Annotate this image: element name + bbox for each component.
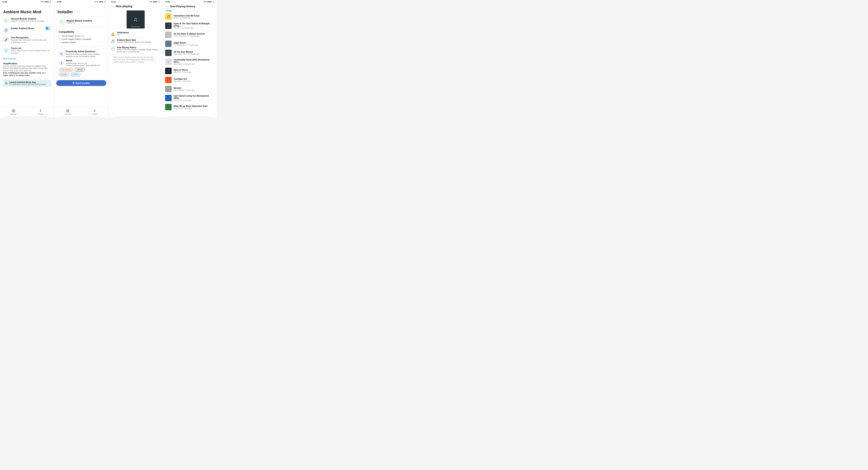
back-btn-s4[interactable]: ←: [165, 4, 168, 8]
hist-title-2: Do You Want To (Album Version): [174, 33, 205, 35]
history-list-item[interactable]: 🎵 Wake Me up When September Ends Green D…: [163, 103, 217, 112]
hist-thumb-3: 🎵: [165, 40, 172, 47]
scrollbar-s2: [60, 117, 102, 117]
list-item-test[interactable]: 🎤 Test Recognition Manually start recogn…: [1, 35, 53, 45]
history-icon: 🕐: [111, 47, 115, 51]
magisk-version: Version 1.0: [66, 22, 92, 24]
notifications-item[interactable]: 🔔 Notifications On: [110, 30, 161, 37]
list-item-enable[interactable]: 🎵 Enable Ambient Music: [1, 25, 53, 35]
enable-icon: 🎵: [3, 27, 9, 33]
xposed-title: Xposed Module enabled: [11, 18, 44, 20]
settings-list: ✓ Xposed Module enabled Module is enable…: [0, 16, 54, 107]
music-note-icon: ♫: [133, 16, 137, 23]
faq-text: Frequently Asked Questions Read these be…: [66, 50, 104, 58]
info-text: When music is playing nearby, you can se…: [110, 55, 161, 65]
status-bar-s1: 11:00 ▾ ▾ 100% 🔋: [0, 0, 54, 4]
page-title-s2: Installer: [54, 8, 108, 16]
history-list-item[interactable]: ♪ Monster The Automatic • 1 hour ago: [163, 85, 217, 94]
history-list-item[interactable]: 🎵 Cornflake Girl Tori Amos • 1 hour ago: [163, 75, 217, 85]
history-list-item[interactable]: 🎵 Down In The Tube Station At Midnight (…: [163, 21, 217, 30]
hist-title-7: Cornflake Girl: [174, 78, 191, 80]
xposed-desc: Module is enabled and hooks are working: [11, 20, 44, 23]
history-item[interactable]: 🕐 Now Playing History Down In The Tube S…: [110, 45, 161, 55]
nav-settings-s2[interactable]: ⚙️ Settings: [54, 108, 82, 116]
status-bar-s3: 11:00 ▾ ▾ 100% 🔋: [108, 0, 162, 4]
magisk-card: ✓ Magisk Module Installed Version 1.0: [56, 17, 106, 27]
history-list-item[interactable]: 🎵 Can't Stand Losing You (Remastered 200…: [163, 94, 217, 103]
history-list-item[interactable]: ♪ Do You Want To (Album Version) Franz F…: [163, 30, 217, 39]
nav-settings-s1[interactable]: ⚙️ Settings: [0, 108, 27, 116]
hist-meta-1: The Jam • 10 minutes ago: [174, 27, 214, 29]
hist-title-3: Slight Return: [174, 42, 198, 44]
build-label: Build Installer: [75, 82, 90, 84]
signal-icon-s2: ▾: [97, 1, 98, 3]
hist-text-1: Down In The Tube Station At Midnight (Si…: [174, 23, 214, 29]
twitter-btn[interactable]: Twitter: [71, 73, 81, 76]
history-list-item[interactable]: 🎵 Many of Horror Biffy Clyro • 1 hour ag…: [163, 66, 217, 75]
screen-ambient-music-mod: 11:00 ▾ ▾ 100% 🔋 ⋮ Ambient Music Mod ✓ X…: [0, 0, 54, 118]
overflow-menu-s2[interactable]: ⋮: [103, 4, 106, 8]
compat-item-2: ✓ Sound Trigger Platform compatible: [59, 38, 104, 40]
history-list-item[interactable]: 🎵 Somewhere Only We Know Keane • 6 minut…: [163, 12, 217, 21]
music-notes-icon: ♪ ♪: [148, 26, 151, 29]
installer-icon-s2: ⬇: [93, 109, 96, 113]
hist-meta-10: Green Day • 1 hour ago: [174, 107, 208, 109]
mod-settings-link[interactable]: Mod Settings: [1, 56, 53, 61]
build-installer-btn[interactable]: ⊞ Build Installer: [56, 80, 106, 86]
enable-toggle[interactable]: [45, 27, 51, 30]
hist-title-5: Comfortably Numb (2001 Remastered Versi.…: [174, 59, 214, 63]
overflow-menu-s4[interactable]: ⋮: [211, 5, 214, 8]
hist-text-7: Cornflake Girl Tori Amos • 1 hour ago: [174, 78, 191, 82]
compat-item-1: ✓ Sound Trigger version: 2.1: [59, 35, 104, 37]
history-list-item[interactable]: 🎵 All You Ever Wanted Rag'n'Bone Man • 2…: [163, 49, 217, 57]
screen-installer: 11:00 ▾ ▾ 100% 🔋 ⋮ Installer ✓ Magisk Mo…: [54, 0, 108, 118]
now-playing-options: 🔔 Notifications On 🎵 Ambient Music Mod L…: [108, 30, 162, 116]
overflow-menu-s1[interactable]: ⋮: [49, 4, 52, 8]
history-list-item[interactable]: 🎵 Slight Return The Bluetones • 17 minut…: [163, 39, 217, 49]
battery-s4: 100% 🔋: [207, 1, 214, 3]
scrollbar-s3: [115, 117, 157, 117]
s4-header: ← Now Playing History ⋮: [163, 4, 217, 9]
nav-installer-s2[interactable]: ⬇ Installer: [82, 108, 108, 116]
list-item-tracklist[interactable]: ◎ Track List View & search a list of tra…: [1, 45, 53, 56]
s3-header: ← Now playing: [108, 4, 162, 9]
amplification-item[interactable]: Amplification Set how much the audio inp…: [1, 61, 53, 78]
status-icons-s1: ▾ ▾ 100% 🔋: [41, 1, 52, 3]
hist-text-4: All You Ever Wanted Rag'n'Bone Man • 22 …: [174, 51, 199, 55]
github-btn[interactable]: GitHub: [75, 68, 85, 71]
hist-title-8: Monster: [174, 87, 194, 89]
wifi-icon-s2: ▾: [95, 1, 96, 3]
settings-icon: ⚙️: [11, 109, 16, 113]
donate-btn[interactable]: Donate: [59, 73, 69, 76]
hist-text-2: Do You Want To (Album Version) Franz Fer…: [174, 33, 205, 37]
hist-title-10: Wake Me up When September Ends: [174, 105, 208, 107]
hist-thumb-8: ♪: [165, 86, 172, 92]
test-icon: 🎤: [3, 37, 9, 42]
history-list-item[interactable]: ♪ Comfortably Numb (2001 Remastered Vers…: [163, 57, 217, 66]
external-links: XDA Thread GitHub: [59, 68, 104, 71]
about-text: About Ambient Music Mod v1.0 (1) Created…: [66, 59, 100, 67]
hist-meta-3: The Bluetones • 17 minutes ago: [174, 44, 198, 46]
tracklist-desc: View & search a list of tracks Ambient M…: [11, 50, 51, 54]
hist-text-9: Can't Stand Losing You (Remastered 2003)…: [174, 95, 214, 101]
nav-installer-label-s2: Installer: [92, 113, 98, 115]
hist-thumb-2: ♪: [165, 32, 172, 38]
xda-thread-btn[interactable]: XDA Thread: [59, 68, 73, 71]
xposed-text: Xposed Module enabled Module is enabled …: [11, 18, 44, 23]
battery-s3: 100% 🔋: [153, 1, 160, 3]
now-playing-title: Now playing: [116, 5, 132, 8]
donate-links: Donate Twitter: [59, 73, 104, 76]
back-btn-s3[interactable]: ←: [111, 4, 114, 8]
ambient-mod-item[interactable]: 🎵 Ambient Music Mod Launch Ambient Music…: [110, 37, 161, 45]
launch-ambient-btn[interactable]: ⧉ Launch Ambient Music App For notificat…: [3, 80, 51, 87]
about-line2: Created by Kieron Quinn / Quinny899 @ XD…: [66, 64, 100, 67]
ambient-mod-content: Ambient Music Mod Launch Ambient Music M…: [117, 39, 151, 43]
hist-meta-5: Pink Floyd • 28 minutes ago: [174, 63, 214, 65]
launch-text: Launch Ambient Music App For notificatio…: [9, 81, 46, 85]
nav-installer-s1[interactable]: ⬇ Installer: [27, 108, 54, 116]
bottom-nav-s1: ⚙️ Settings ⬇ Installer: [0, 107, 54, 116]
amplification-desc: Set how much the audio input should be a…: [3, 65, 51, 76]
signal-icon-s3: ▾: [151, 1, 152, 3]
compat-text-3: Xposed installed: [62, 41, 76, 43]
enable-title: Enable Ambient Music: [11, 27, 34, 30]
